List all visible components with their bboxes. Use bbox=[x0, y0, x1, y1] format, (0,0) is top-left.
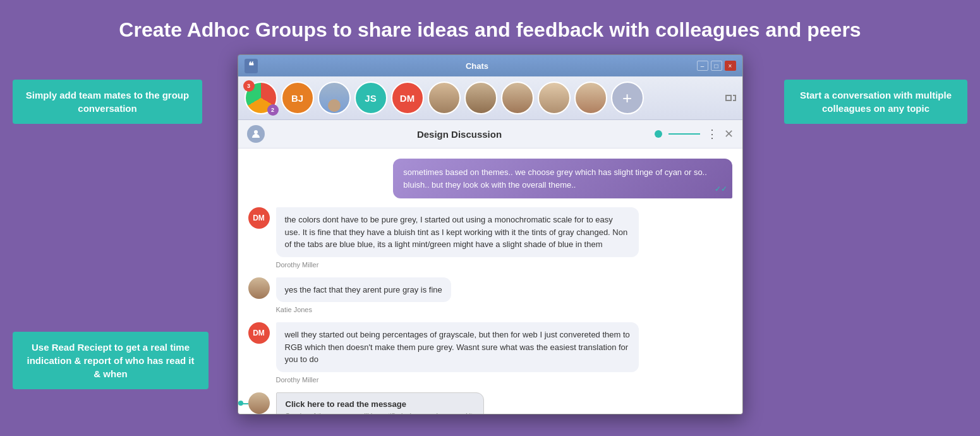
message-row: Click here to read the message Sender of… bbox=[248, 392, 732, 415]
message-sender: Dorothy Miller bbox=[276, 376, 732, 384]
read-tick: ✓✓ bbox=[715, 183, 727, 195]
window-title: Chats bbox=[258, 61, 697, 71]
close-button[interactable]: × bbox=[725, 61, 736, 71]
title-bar: ❝ Chats – □ × bbox=[238, 55, 742, 76]
callout-start-conversation: Start a conversation with multiple colle… bbox=[784, 80, 967, 124]
avatar-dm[interactable]: DM bbox=[391, 82, 424, 114]
svg-point-0 bbox=[254, 130, 258, 134]
callout-read-receipt: Use Read Reciept to get a real time indi… bbox=[13, 332, 209, 389]
avatar-bj[interactable]: BJ bbox=[281, 82, 314, 114]
badge-count-bottom: 2 bbox=[267, 104, 279, 116]
avatar-katie-inline bbox=[248, 277, 270, 299]
annotation-right-top: Start a conversation with multiple colle… bbox=[784, 80, 967, 124]
message-group-dm-1: DM the colors dont have to be pure grey,… bbox=[248, 207, 732, 269]
message-bubble: well they started out being percentages … bbox=[276, 322, 639, 372]
avatar-photo1[interactable] bbox=[318, 82, 351, 114]
message-group-katie-1: yes the fact that they arent pure gray i… bbox=[248, 277, 732, 314]
avatar-photo6[interactable] bbox=[574, 82, 607, 114]
tooltip-bubble[interactable]: Click here to read the message Sender of… bbox=[276, 392, 485, 415]
window-icon: ❝ bbox=[245, 59, 258, 73]
callout-add-teammates: Simply add team mates to the group conve… bbox=[13, 80, 202, 124]
conversation-title: Design Discussion bbox=[265, 129, 655, 140]
header-user-icon bbox=[247, 125, 265, 143]
header-controls: ⋮ ✕ bbox=[655, 127, 734, 141]
chat-window: ❝ Chats – □ × 3 2 BJ bbox=[238, 54, 743, 415]
settings-icon[interactable]: ⋮ bbox=[706, 127, 718, 141]
tooltip-title: Click here to read the message bbox=[286, 399, 475, 409]
messages-area: sometimes based on themes.. we choose gr… bbox=[238, 148, 742, 414]
message-bubble: yes the fact that they arent pure gray i… bbox=[276, 277, 451, 303]
avatar-photo2[interactable] bbox=[428, 82, 461, 114]
annotation-left-bottom: Use Read Reciept to get a real time indi… bbox=[13, 332, 209, 389]
message-group-tooltip: Click here to read the message Sender of… bbox=[248, 392, 732, 415]
window-controls: – □ × bbox=[697, 61, 736, 71]
status-indicator bbox=[655, 130, 662, 138]
avatar-dm-inline: DM bbox=[248, 207, 270, 229]
message-bubble: the colors dont have to be pure grey, I … bbox=[276, 207, 639, 257]
maximize-button[interactable]: □ bbox=[711, 61, 722, 71]
message-row: DM the colors dont have to be pure grey,… bbox=[248, 207, 732, 257]
avatar-bar: 3 2 BJ JS DM + bbox=[238, 76, 742, 120]
chat-conversation-header: Design Discussion ⋮ ✕ bbox=[238, 120, 742, 148]
avatar-photo3[interactable] bbox=[464, 82, 497, 114]
tooltip-desc: Sender of the message will be notified w… bbox=[286, 411, 475, 415]
message-sender: Katie Jones bbox=[276, 306, 732, 313]
close-chat-icon[interactable]: ✕ bbox=[724, 127, 734, 141]
avatar-katie-inline-2 bbox=[248, 392, 270, 414]
page-title: Create Adhoc Groups to share ideas and f… bbox=[0, 0, 980, 54]
avatar-js[interactable]: JS bbox=[354, 82, 387, 114]
message-sender: Dorothy Miller bbox=[276, 261, 732, 269]
add-participant-button[interactable]: + bbox=[611, 82, 644, 114]
avatar-dm-inline-2: DM bbox=[248, 322, 270, 344]
read-dot bbox=[238, 401, 243, 406]
message-row: DM well they started out being percentag… bbox=[248, 322, 732, 372]
message-outgoing-1: sometimes based on themes.. we choose gr… bbox=[393, 159, 732, 198]
avatar-multi[interactable]: 3 2 bbox=[245, 82, 277, 114]
header-line bbox=[668, 133, 700, 135]
annotation-left-top: Simply add team mates to the group conve… bbox=[13, 80, 202, 124]
avatar-photo5[interactable] bbox=[538, 82, 571, 114]
panel-toggle[interactable] bbox=[725, 95, 736, 101]
avatar-photo4[interactable] bbox=[501, 82, 534, 114]
minimize-button[interactable]: – bbox=[697, 61, 708, 71]
message-row: yes the fact that they arent pure gray i… bbox=[248, 277, 732, 303]
message-group-dm-2: DM well they started out being percentag… bbox=[248, 322, 732, 384]
badge-count-top: 3 bbox=[243, 80, 255, 92]
